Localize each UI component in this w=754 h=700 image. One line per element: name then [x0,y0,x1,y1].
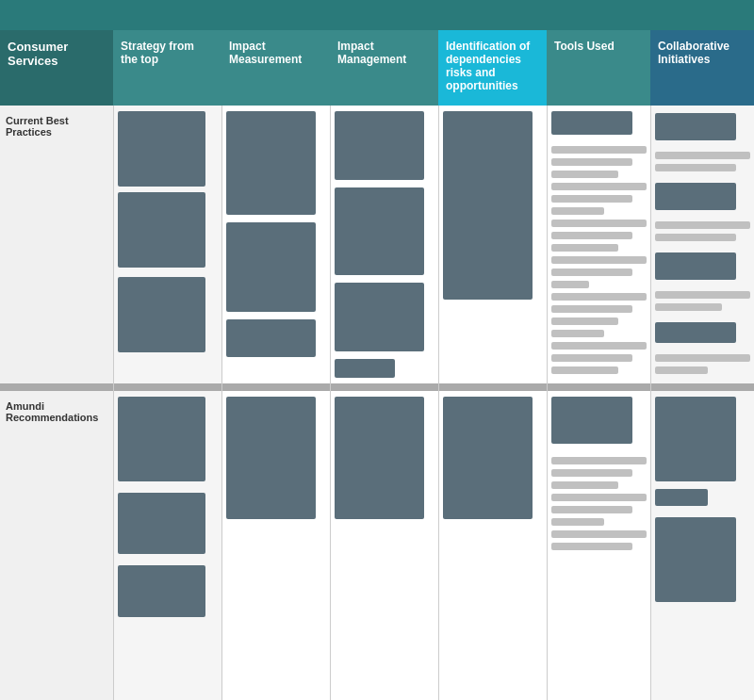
tools-bp-cell [548,106,650,383]
text-line [551,506,632,513]
collaborative-bp-cell [651,106,754,383]
collab-card-3 [655,252,736,280]
text-line [551,481,618,489]
strategy-amundi-card-1 [118,397,205,481]
text-line [551,207,604,215]
text-line [551,342,647,350]
tools-text-lines-1 [551,142,647,378]
col-identification-data [438,106,547,700]
ident-amundi-card-1 [443,397,533,519]
text-line [551,195,632,203]
imp-meas-card-1 [226,111,316,215]
text-line [655,164,736,171]
header-strategy: Strategy from the top [113,30,221,106]
text-line [551,543,632,550]
identification-amundi-cell [439,391,547,700]
tools-amundi-text-lines [551,453,647,554]
tools-amundi-card-1 [551,397,632,444]
main-table: Consumer Services Strategy from the top … [0,0,754,700]
collab-amundi-tag-1 [655,489,708,506]
impact-measurement-bp-cell [222,106,330,383]
collab-text-lines-2 [655,218,750,245]
text-line [655,303,722,311]
header-collaborative: Collaborative Initiatives [650,30,754,106]
collab-card-1 [655,113,736,140]
collab-text-lines-4 [655,350,750,378]
col-impact-measurement-data [221,106,330,700]
text-line [551,256,647,264]
collab-text-lines-3 [655,287,750,315]
text-line [551,354,632,362]
imp-mgmt-tag-1 [335,359,395,378]
text-line [551,293,647,301]
col-collaborative-data [650,106,754,700]
strategy-amundi-card-2 [118,493,205,554]
text-line [551,530,647,538]
header-consumer-services: Consumer Services [0,30,113,106]
identification-bp-cell [439,106,547,383]
collab-divider [651,383,754,391]
strategy-card-3 [118,277,205,352]
text-line [551,269,632,276]
row-labels: Current Best Practices Amundi Recommenda… [0,106,113,700]
strategy-amundi-card-3 [118,565,205,617]
text-line [551,244,618,252]
top-bar [0,0,754,30]
imp-mgmt-card-2 [335,187,424,275]
imp-mgmt-divider [331,383,438,391]
text-line [551,171,618,178]
body-area: Current Best Practices Amundi Recommenda… [0,106,754,700]
collaborative-amundi-cell [651,391,754,700]
text-line [551,366,618,374]
strategy-amundi-cell [114,391,221,700]
collab-amundi-card-2 [655,517,736,602]
text-line [655,152,750,159]
tools-divider [548,383,650,391]
row-label-amundi: Amundi Recommendations [0,391,113,700]
imp-mgmt-amundi-card-1 [335,397,424,519]
data-columns [113,106,754,700]
text-line [551,220,647,227]
text-line [655,221,750,229]
ident-card-1 [443,111,533,300]
strategy-card-2 [118,192,205,268]
ident-divider [439,383,547,391]
imp-meas-card-3 [226,319,316,357]
row-divider-1 [0,383,113,391]
text-line [551,232,632,239]
text-line [551,518,604,526]
impact-management-amundi-cell [331,391,438,700]
text-line [551,469,632,477]
col-tools-data [547,106,650,700]
text-line [551,146,647,154]
tools-amundi-cell [548,391,650,700]
impact-measurement-amundi-cell [222,391,330,700]
text-line [655,234,736,241]
collab-card-2 [655,183,736,210]
collab-text-lines-1 [655,148,750,175]
header-impact-management: Impact Management [330,30,438,106]
header-impact-measurement: Impact Measurement [221,30,330,106]
strategy-best-practices-cell [114,106,221,383]
imp-meas-card-2 [226,222,316,312]
strategy-divider [114,383,221,391]
text-line [551,494,647,501]
col-strategy-data [113,106,221,700]
text-line [655,354,750,362]
text-line [551,457,647,464]
imp-mgmt-card-1 [335,111,424,180]
text-line [551,281,589,288]
text-line [551,317,618,325]
row-label-best-practices: Current Best Practices [0,106,113,383]
imp-meas-amundi-card-1 [226,397,316,519]
text-line [551,330,604,337]
header-tools-used: Tools Used [547,30,650,106]
imp-meas-divider [222,383,330,391]
text-line [551,158,632,166]
strategy-card-1 [118,111,205,187]
text-line [551,305,632,313]
header-row: Consumer Services Strategy from the top … [0,30,754,106]
header-identification: Identification of dependencies risks and… [438,30,547,106]
text-line [551,183,647,190]
col-impact-management-data [330,106,438,700]
